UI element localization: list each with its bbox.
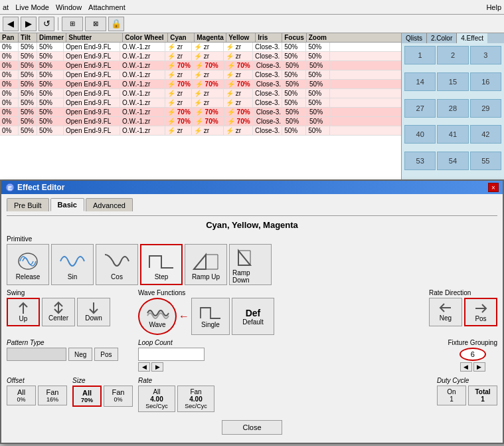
swing-up-label: Up bbox=[19, 315, 28, 322]
grid-cell[interactable]: 2 bbox=[437, 46, 468, 64]
swing-center-label: Center bbox=[48, 314, 68, 322]
table-row[interactable]: 0%50%50%Open End-9.FLO.W.-1.zr⚡ zr⚡ zr⚡ … bbox=[0, 98, 401, 108]
ramp-up-btn[interactable]: Ramp Up bbox=[185, 244, 227, 285]
tab-advanced[interactable]: Advanced bbox=[86, 198, 133, 211]
table-cell: 50% bbox=[282, 126, 306, 135]
ramp-down-btn[interactable]: Ramp Down bbox=[229, 244, 272, 285]
offset-all0-btn[interactable]: All 0% bbox=[7, 386, 36, 405]
duty-on-btn[interactable]: On 1 bbox=[437, 386, 466, 405]
table-row[interactable]: 0%50%50%Open End-9.FLO.W.-1.zr⚡ 70%⚡ 70%… bbox=[0, 117, 401, 126]
tab-2color[interactable]: 2.Color bbox=[427, 33, 457, 43]
loop-next-btn[interactable]: ▶ bbox=[151, 362, 163, 372]
tab-qlists[interactable]: Qlists bbox=[402, 33, 427, 43]
table-cell: Open End-9.FL bbox=[64, 117, 120, 126]
col-iris: Iris bbox=[256, 33, 282, 42]
tab-basic[interactable]: Basic bbox=[50, 198, 84, 211]
size-fan0-btn[interactable]: Fan 0% bbox=[104, 386, 133, 407]
table-row[interactable]: 0%50%50%Open End-9.FLO.W.-1.zr⚡ zr⚡ zr⚡ … bbox=[0, 52, 401, 61]
table-row[interactable]: 0%50%50%Open End-9.FLO.W.-1.zr⚡ 70%⚡ 70%… bbox=[0, 80, 401, 89]
offset-fan16-btn[interactable]: Fan 16% bbox=[38, 386, 67, 405]
table-row[interactable]: 0%50%50%Open End-9.FLO.W.-1.zr⚡ 70%⚡ 70%… bbox=[0, 108, 401, 117]
menu-attachment[interactable]: Attachment bbox=[88, 3, 126, 11]
table-cell: 50% bbox=[19, 61, 37, 70]
table-cell: 50% bbox=[307, 108, 331, 116]
grid-cell[interactable]: 28 bbox=[437, 99, 468, 118]
toolbar-lock[interactable]: 🔒 bbox=[108, 17, 124, 31]
fixture-grouping-input[interactable] bbox=[460, 348, 486, 361]
swing-up-btn[interactable]: Up bbox=[7, 298, 40, 326]
table-cell: 50% bbox=[19, 108, 37, 116]
grid-cell[interactable]: 42 bbox=[470, 125, 501, 144]
table-row[interactable]: 0%50%50%Open End-9.FLO.W.-1.zr⚡ zr⚡ zr⚡ … bbox=[0, 43, 401, 52]
fg-next-btn[interactable]: ▶ bbox=[473, 362, 485, 372]
wave-btn[interactable]: Wave bbox=[138, 298, 177, 335]
toolbar-forward[interactable]: ▶ bbox=[21, 17, 37, 31]
neg-label: Neg bbox=[440, 314, 452, 322]
cos-btn[interactable]: Cos bbox=[96, 244, 138, 285]
loop-count-input[interactable] bbox=[138, 348, 205, 361]
tab-4effect[interactable]: 4.Effect bbox=[457, 33, 487, 43]
release-btn[interactable]: Release bbox=[7, 244, 49, 285]
rate-label: Rate bbox=[138, 377, 432, 384]
toolbar-refresh[interactable]: ↺ bbox=[39, 17, 54, 31]
menu-help[interactable]: Help bbox=[486, 3, 501, 11]
pos-pattern-btn[interactable]: Pos bbox=[94, 348, 118, 361]
rate-fan-btn[interactable]: Fan 4.00 Sec/Cyc bbox=[177, 386, 214, 412]
grid-cell[interactable]: 15 bbox=[437, 72, 468, 91]
grid-cell[interactable]: 1 bbox=[404, 46, 436, 64]
grid-cell[interactable]: 27 bbox=[404, 99, 436, 118]
pattern-type-input[interactable] bbox=[7, 348, 66, 361]
menu-live-mode[interactable]: Live Mode bbox=[15, 3, 49, 11]
table-cell: 50% bbox=[284, 80, 307, 88]
rate-all-btn[interactable]: All 4.00 Sec/Cyc bbox=[138, 386, 175, 412]
table-cell: Close-3. bbox=[253, 70, 282, 79]
default-btn[interactable]: Def Default bbox=[232, 298, 274, 335]
sin-btn[interactable]: Sin bbox=[51, 244, 94, 285]
size-all70-btn[interactable]: All 70% bbox=[72, 386, 102, 407]
table-cell: 0% bbox=[0, 126, 19, 135]
toolbar-grid1[interactable]: ⊞ bbox=[62, 17, 83, 31]
grid-cell[interactable]: 14 bbox=[404, 72, 436, 91]
toolbar-back[interactable]: ◀ bbox=[3, 17, 19, 31]
table-cell: O.W.-1.zr bbox=[120, 80, 165, 88]
pos-btn[interactable]: Pos bbox=[464, 298, 497, 326]
table-cell: Open End-9.FL bbox=[64, 80, 120, 88]
grid-cell[interactable]: 53 bbox=[404, 152, 436, 170]
grid-cell[interactable]: 55 bbox=[470, 152, 501, 170]
toolbar-grid2[interactable]: ⊠ bbox=[85, 17, 106, 31]
grid-cell[interactable]: 3 bbox=[470, 46, 501, 64]
table-row[interactable]: 0%50%50%Open End-9.FLO.W.-1.zr⚡ zr⚡ zr⚡ … bbox=[0, 70, 401, 80]
grid-cell[interactable]: 54 bbox=[437, 152, 468, 170]
neg-btn[interactable]: Neg bbox=[429, 298, 462, 326]
duty-total-btn[interactable]: Total 1 bbox=[468, 386, 497, 405]
table-cell: 50% bbox=[19, 52, 37, 60]
table-cell: 50% bbox=[37, 43, 64, 51]
step-btn[interactable]: Step bbox=[140, 244, 183, 285]
close-button[interactable]: Close bbox=[222, 420, 282, 435]
table-row[interactable]: 0%50%50%Open End-9.FLO.W.-1.zr⚡ zr⚡ zr⚡ … bbox=[0, 126, 401, 136]
menu-at[interactable]: at bbox=[3, 3, 9, 11]
grid-cell[interactable]: 41 bbox=[437, 125, 468, 144]
single-btn[interactable]: Single bbox=[191, 298, 230, 335]
fg-prev-btn[interactable]: ◀ bbox=[460, 362, 472, 372]
swing-down-btn[interactable]: Down bbox=[77, 298, 110, 326]
swing-label: Swing bbox=[7, 289, 133, 296]
tab-prebuilt[interactable]: Pre Built bbox=[7, 198, 49, 211]
neg-pattern-btn[interactable]: Neg bbox=[68, 348, 92, 361]
grid-cell[interactable]: 40 bbox=[404, 125, 436, 144]
grid-cell[interactable]: 16 bbox=[470, 72, 501, 91]
table-cell: 50% bbox=[37, 98, 64, 107]
table-cell: 50% bbox=[282, 70, 306, 79]
grid-cell[interactable]: 29 bbox=[470, 99, 501, 118]
menu-window[interactable]: Window bbox=[56, 3, 82, 11]
table-row[interactable]: 0%50%50%Open End-9.FLO.W.-1.zr⚡ zr⚡ zr⚡ … bbox=[0, 89, 401, 98]
dialog-close-btn[interactable]: × bbox=[488, 183, 499, 192]
table-row[interactable]: 0%50%50%Open End-9.FLO.W.-1.zr⚡ 70%⚡ 70%… bbox=[0, 61, 401, 70]
svg-text:E: E bbox=[8, 185, 12, 191]
table-cell: ⚡ zr bbox=[165, 52, 192, 60]
loop-prev-btn[interactable]: ◀ bbox=[138, 362, 150, 372]
table-cell: 50% bbox=[19, 70, 37, 79]
table-cell: O.W.-1.zr bbox=[120, 52, 165, 60]
dialog-titlebar: E Effect Editor × bbox=[1, 181, 503, 194]
swing-center-btn[interactable]: Center bbox=[42, 298, 75, 326]
